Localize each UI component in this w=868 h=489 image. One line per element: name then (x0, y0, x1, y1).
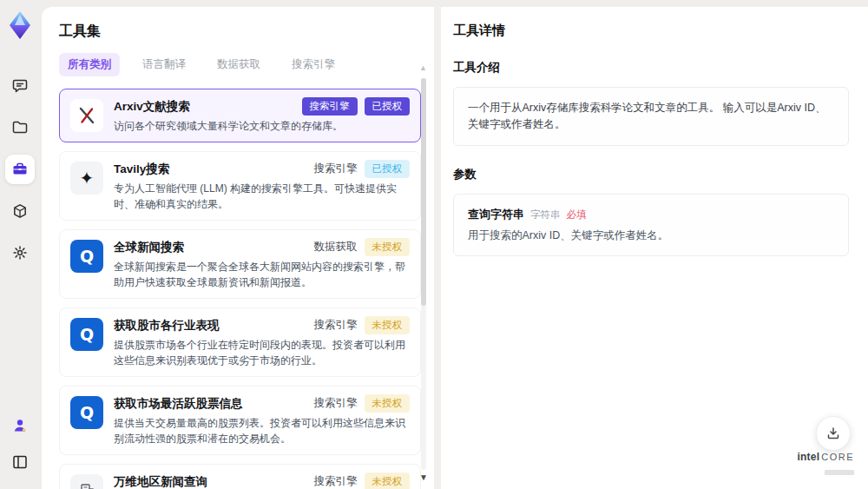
sidebar-item-chat[interactable] (5, 71, 35, 101)
tool-title: 全球新闻搜索 (114, 240, 184, 255)
intel-ultra-mark (825, 470, 854, 475)
tool-category-label: 搜索引擎 (314, 474, 358, 489)
tab-all-categories[interactable]: 所有类别 (59, 53, 120, 76)
tool-status-badge: 未授权 (365, 472, 411, 489)
core-wordmark: core (821, 452, 854, 462)
tool-status-badge: 未授权 (365, 316, 411, 334)
sidebar-nav (5, 71, 35, 268)
panel-divider (434, 7, 441, 489)
tool-description: 提供当天交易量最高的股票列表。投资者可以利用这些信息来识别流动性强的股票和潜在的… (114, 415, 410, 446)
sidebar-item-settings[interactable] (5, 238, 35, 268)
tool-card-tavily[interactable]: ✦ Tavily搜索 搜索引擎 已授权 专为人工智能代理 (LLM) 构建的搜索… (59, 151, 421, 221)
tool-description: 提供股票市场各个行业在特定时间段内的表现。投资者可以利用这些信息来识别表现优于或… (114, 337, 410, 368)
tool-category-label: 搜索引擎 (314, 396, 358, 411)
scrollbar-thumb[interactable] (421, 78, 426, 306)
tool-category-badge: 搜索引擎 (302, 97, 358, 116)
intro-heading: 工具介绍 (453, 60, 849, 76)
sidebar-bottom (5, 411, 35, 477)
tool-card-regional-news[interactable]: 万维地区新闻查询 搜索引擎 未授权 查询具体行政区划内的新闻，快速了解各地新闻动 (59, 464, 421, 489)
sidebar-item-models[interactable] (5, 196, 35, 226)
news-q-icon: Q (70, 318, 103, 351)
folder-icon (11, 119, 29, 136)
tool-card-global-news[interactable]: Q 全球新闻搜索 数据获取 未授权 全球新闻搜索是一个聚合全球各大新闻网站内容的… (59, 229, 421, 299)
param-name: 查询字符串 (468, 207, 524, 222)
cube-icon (11, 202, 29, 220)
tool-description: 专为人工智能代理 (LLM) 构建的搜索引擎工具。可快速提供实时、准确和真实的结… (114, 181, 410, 212)
tool-category-label: 数据获取 (314, 240, 358, 254)
news-q-icon: Q (70, 396, 103, 429)
tool-category-label: 搜索引擎 (314, 318, 358, 333)
detail-title: 工具详情 (453, 23, 849, 39)
tab-translation[interactable]: 语言翻译 (134, 53, 194, 76)
tool-description: 访问各个研究领域大量科学论文和文章的存储库。 (114, 118, 410, 134)
list-scrollbar[interactable] (421, 78, 426, 470)
tool-title: 获取股市各行业表现 (114, 318, 220, 334)
page-title: 工具集 (59, 23, 421, 41)
user-icon (11, 417, 29, 434)
tool-card-sector-performance[interactable]: Q 获取股市各行业表现 搜索引擎 未授权 提供股票市场各个行业在特定时间段内的表… (59, 307, 421, 377)
news-q-icon: Q (70, 240, 103, 273)
intro-text: 一个用于从Arxiv存储库搜索科学论文和文章的工具。 输入可以是Arxiv ID… (468, 100, 834, 133)
download-button[interactable] (816, 416, 851, 451)
building-icon (70, 474, 103, 489)
scroll-up-icon[interactable]: ▲ (419, 64, 427, 72)
tool-detail-panel: 工具详情 工具介绍 一个用于从Arxiv存储库搜索科学论文和文章的工具。 输入可… (441, 7, 868, 489)
intel-wordmark: intel (798, 451, 820, 463)
tab-data-fetch[interactable]: 数据获取 (208, 53, 269, 76)
tool-list-panel: 工具集 所有类别 语言翻译 数据获取 搜索引擎 (42, 7, 434, 489)
left-sidebar (0, 0, 40, 489)
tool-description: 全球新闻搜索是一个聚合全球各大新闻网站内容的搜索引擎，帮助用户快速获取全球最新资… (114, 259, 410, 290)
arxiv-logo-icon (70, 99, 103, 132)
sidebar-item-files[interactable] (5, 113, 35, 142)
param-type: 字符串 (530, 208, 561, 221)
app-logo-gem-icon (7, 10, 33, 40)
chat-icon (11, 77, 29, 95)
tool-status-badge: 未授权 (365, 238, 411, 256)
tool-status-badge: 已授权 (365, 97, 411, 116)
main-surface: 工具集 所有类别 语言翻译 数据获取 搜索引擎 (42, 7, 868, 489)
tool-title: Arxiv文献搜索 (114, 99, 190, 115)
tool-card-list: Arxiv文献搜索 搜索引擎 已授权 访问各个研究领域大量科学论文和文章的存储库… (59, 89, 421, 489)
tool-title: Tavily搜索 (114, 162, 169, 177)
params-heading: 参数 (453, 167, 849, 182)
app-window: 工具集 所有类别 语言翻译 数据获取 搜索引擎 (0, 0, 868, 489)
tool-status-badge: 已授权 (365, 160, 411, 178)
tavily-star-icon: ✦ (70, 162, 103, 195)
sidebar-item-collapse[interactable] (5, 447, 35, 477)
scroll-down-icon[interactable]: ▼ (419, 473, 428, 482)
tool-card-active-stocks[interactable]: Q 获取市场最活跃股票信息 搜索引擎 未授权 提供当天交易量最高的股票列表。投资… (59, 386, 421, 455)
sidebar-item-account[interactable] (5, 411, 35, 440)
sidebar-item-tools[interactable] (5, 155, 35, 184)
panel-collapse-icon (11, 453, 29, 471)
param-box: 查询字符串 字符串 必填 用于搜索的Arxiv ID、关键字或作者姓名。 (453, 194, 849, 256)
tab-search-engine[interactable]: 搜索引擎 (283, 53, 344, 76)
toolbox-icon (11, 161, 29, 178)
tool-title: 万维地区新闻查询 (114, 474, 207, 489)
intro-box: 一个用于从Arxiv存储库搜索科学论文和文章的工具。 输入可以是Arxiv ID… (453, 87, 849, 146)
param-description: 用于搜索的Arxiv ID、关键字或作者姓名。 (468, 228, 834, 243)
settings-icon (11, 244, 29, 261)
tool-card-arxiv[interactable]: Arxiv文献搜索 搜索引擎 已授权 访问各个研究领域大量科学论文和文章的存储库… (59, 89, 421, 142)
category-tabs: 所有类别 语言翻译 数据获取 搜索引擎 (59, 53, 421, 76)
tool-category-label: 搜索引擎 (314, 162, 358, 176)
tool-status-badge: 未授权 (365, 394, 411, 413)
tool-title: 获取市场最活跃股票信息 (114, 396, 243, 412)
param-required-badge: 必填 (567, 208, 587, 221)
intel-core-logo: intelcore (798, 452, 854, 479)
download-icon (825, 426, 841, 441)
